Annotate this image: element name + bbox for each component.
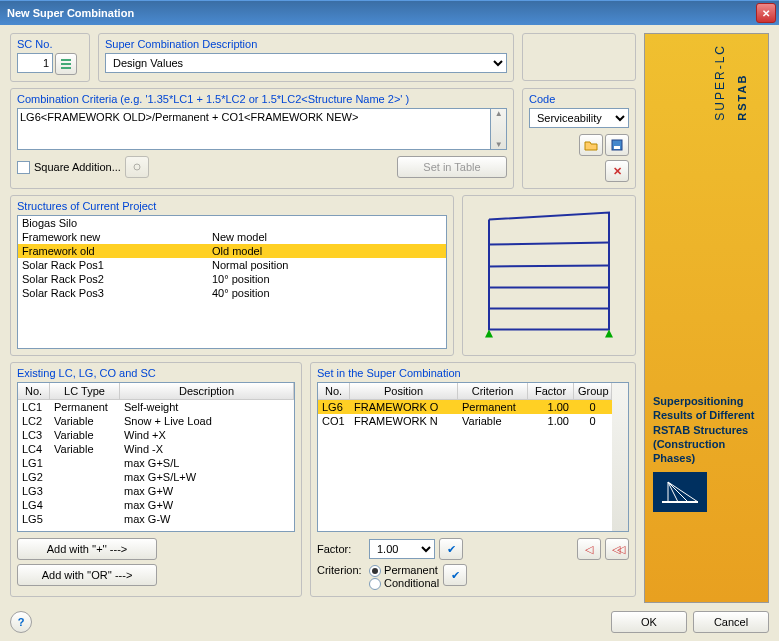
description-select[interactable]: Design Values: [105, 53, 507, 73]
sc-no-group: SC No.: [10, 33, 90, 82]
close-button[interactable]: ✕: [756, 3, 776, 23]
product-banner: SUPER-LCRSTAB Superpositioning Results o…: [644, 33, 769, 603]
factor-select[interactable]: 1.00: [369, 539, 435, 559]
structure-row[interactable]: Solar Rack Pos210° position: [18, 272, 446, 286]
lc-header-row: No. LC Type Description: [18, 383, 294, 400]
structures-label: Structures of Current Project: [17, 200, 447, 212]
code-delete-button[interactable]: ✕: [605, 160, 629, 182]
lc-row[interactable]: LG4max G+W: [18, 498, 294, 512]
svg-rect-2: [61, 67, 71, 69]
top-blank-group: [522, 33, 636, 81]
structure-row[interactable]: Solar Rack Pos340° position: [18, 286, 446, 300]
add-or-button[interactable]: Add with ''OR'' --->: [17, 564, 157, 586]
banner-description: Superpositioning Results of Different RS…: [653, 394, 760, 465]
sc-no-label: SC No.: [17, 38, 83, 50]
description-group: Super Combination Description Design Val…: [98, 33, 514, 82]
criteria-label: Combination Criteria (e.g. '1.35*LC1 + 1…: [17, 93, 507, 105]
banner-logo: [653, 472, 707, 512]
structure-row[interactable]: Framework oldOld model: [18, 244, 446, 258]
help-button[interactable]: ?: [10, 611, 32, 633]
svg-point-3: [134, 164, 140, 170]
list-icon: [60, 58, 72, 70]
lc-row[interactable]: LC1PermanentSelf-weight: [18, 400, 294, 414]
structures-list[interactable]: Biogas SiloFramework newNew modelFramewo…: [17, 215, 447, 349]
structure-row[interactable]: Framework newNew model: [18, 230, 446, 244]
lc-row[interactable]: LG5max G-W: [18, 512, 294, 526]
bridge-icon: [660, 477, 700, 507]
criterion-permanent-radio[interactable]: [369, 565, 381, 577]
criteria-scrollbar[interactable]: ▲ ▼: [491, 108, 507, 150]
sc-scrollbar[interactable]: [612, 383, 628, 531]
svg-line-15: [668, 482, 688, 502]
code-label: Code: [529, 93, 629, 105]
square-addition-settings-button[interactable]: [125, 156, 149, 178]
criteria-group: Combination Criteria (e.g. '1.35*LC1 + 1…: [10, 88, 514, 189]
svg-rect-5: [614, 146, 620, 149]
title-bar: New Super Combination ✕: [0, 0, 779, 25]
criterion-apply-button[interactable]: ✔: [443, 564, 467, 586]
structures-group: Structures of Current Project Biogas Sil…: [10, 195, 454, 356]
delete-icon: ✕: [613, 165, 622, 178]
lc-row[interactable]: LC3VariableWind +X: [18, 428, 294, 442]
sc-row[interactable]: LG6FRAMEWORK OPermanent1.000: [318, 400, 612, 414]
sc-header-row: No. Position Criterion Factor Group: [318, 383, 612, 400]
structure-row[interactable]: Biogas Silo: [18, 216, 446, 230]
check-icon: ✔: [447, 543, 456, 556]
svg-marker-11: [605, 330, 613, 338]
lc-row[interactable]: LC2VariableSnow + Live Load: [18, 414, 294, 428]
folder-open-icon: [584, 139, 598, 151]
svg-line-6: [489, 243, 609, 245]
preview-group: [462, 195, 636, 356]
criterion-label: Criterion:: [317, 564, 365, 576]
criteria-textarea[interactable]: LG6<FRAMEWORK OLD>/Permanent + CO1<FRAME…: [17, 108, 491, 150]
criterion-conditional-radio[interactable]: [369, 578, 381, 590]
svg-marker-10: [485, 330, 493, 338]
save-icon: [611, 139, 623, 151]
structure-row[interactable]: Solar Rack Pos1Normal position: [18, 258, 446, 272]
set-in-table-button[interactable]: Set in Table: [397, 156, 507, 178]
sc-no-picker-button[interactable]: [55, 53, 77, 75]
existing-lc-group: Existing LC, LG, CO and SC No. LC Type D…: [10, 362, 302, 597]
lc-row[interactable]: LG1max G+S/L: [18, 456, 294, 470]
gear-icon: [131, 161, 143, 173]
sc-row[interactable]: CO1FRAMEWORK NVariable1.000: [318, 414, 612, 428]
scroll-down-icon: ▼: [495, 140, 503, 149]
check-icon: ✔: [451, 569, 460, 582]
lc-row[interactable]: LC4VariableWind -X: [18, 442, 294, 456]
dialog-footer: ? OK Cancel: [10, 611, 769, 633]
svg-line-7: [489, 266, 609, 267]
code-select[interactable]: Serviceability: [529, 108, 629, 128]
existing-lc-label: Existing LC, LG, CO and SC: [17, 367, 295, 379]
square-addition-checkbox[interactable]: [17, 161, 30, 174]
factor-label: Factor:: [317, 543, 365, 555]
scroll-up-icon: ▲: [495, 109, 503, 118]
sc-no-input[interactable]: [17, 53, 53, 73]
existing-lc-list[interactable]: No. LC Type Description LC1PermanentSelf…: [17, 382, 295, 532]
set-combination-list[interactable]: No. Position Criterion Factor Group LG6F…: [317, 382, 629, 532]
remove-all-button[interactable]: ◁◁: [605, 538, 629, 560]
svg-rect-1: [61, 63, 71, 65]
remove-one-button[interactable]: ◁: [577, 538, 601, 560]
lc-row[interactable]: LG2max G+S/L+W: [18, 470, 294, 484]
lc-row[interactable]: LG3max G+W: [18, 484, 294, 498]
chevron-left-icon: ◁: [585, 543, 593, 556]
svg-rect-0: [61, 59, 71, 61]
set-combination-group: Set in the Super Combination No. Positio…: [310, 362, 636, 597]
help-icon: ?: [18, 616, 25, 628]
code-open-button[interactable]: [579, 134, 603, 156]
add-plus-button[interactable]: Add with ''+'' --->: [17, 538, 157, 560]
structure-preview: [469, 200, 629, 349]
description-label: Super Combination Description: [105, 38, 507, 50]
cancel-button[interactable]: Cancel: [693, 611, 769, 633]
ok-button[interactable]: OK: [611, 611, 687, 633]
square-addition-label: Square Addition...: [34, 161, 121, 173]
set-combination-label: Set in the Super Combination: [317, 367, 629, 379]
banner-product-title: SUPER-LCRSTAB: [713, 44, 758, 121]
code-group: Code Serviceability ✕: [522, 88, 636, 189]
window-title: New Super Combination: [7, 7, 134, 19]
factor-apply-button[interactable]: ✔: [439, 538, 463, 560]
double-chevron-left-icon: ◁◁: [612, 543, 622, 556]
code-save-button[interactable]: [605, 134, 629, 156]
